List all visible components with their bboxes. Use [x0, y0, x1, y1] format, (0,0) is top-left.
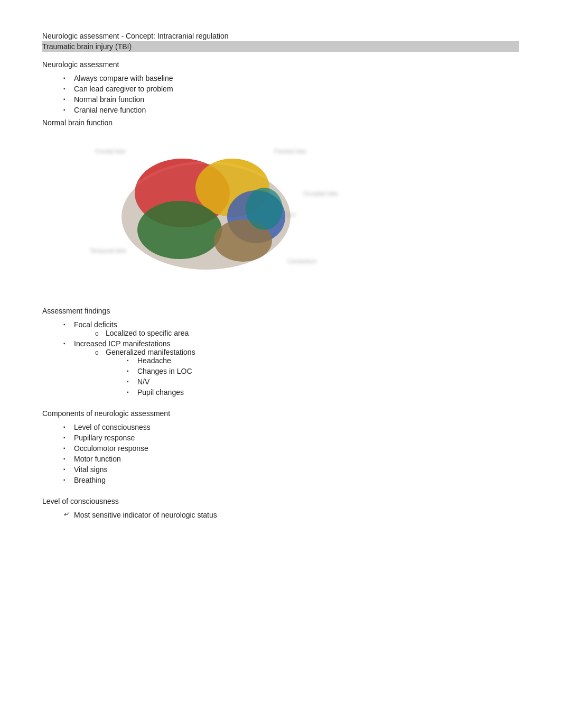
neurologic-assessment-section: Neurologic assessment Always compare wit… — [42, 60, 519, 114]
header-title: Neurologic assessment - Concept: Intracr… — [42, 32, 519, 40]
list-item: N/V — [127, 377, 519, 386]
list-item: Generalized manifestations Headache Chan… — [95, 348, 519, 397]
list-item: Level of consciousness — [63, 423, 519, 431]
brain-illustration — [100, 148, 301, 275]
list-item: Motor function — [63, 455, 519, 463]
list-item: Occulomotor response — [63, 444, 519, 453]
icp-sub-list: Generalized manifestations Headache Chan… — [95, 348, 519, 397]
assessment-findings-list: Focal deficits Localized to specific are… — [63, 320, 519, 397]
normal-brain-function-title: Normal brain function — [42, 118, 519, 127]
components-list: Level of consciousness Pupillary respons… — [63, 423, 519, 484]
generalized-sub-list: Headache Changes in LOC N/V Pupil change… — [127, 356, 519, 397]
list-item: Most sensitive indicator of neurologic s… — [63, 511, 519, 519]
list-item: Normal brain function — [63, 95, 519, 104]
neurologic-assessment-title: Neurologic assessment — [42, 60, 519, 69]
list-item: Always compare with baseline — [63, 74, 519, 82]
list-item: Pupil changes — [127, 388, 519, 397]
list-item: Changes in LOC — [127, 367, 519, 375]
assessment-findings-title: Assessment findings — [42, 307, 519, 315]
list-item: Can lead caregiver to problem — [63, 85, 519, 93]
header-section: Neurologic assessment - Concept: Intracr… — [42, 32, 519, 52]
brain-svg: Frontal lobe Parietal lobe Occipital lob… — [74, 137, 349, 285]
components-title: Components of neurologic assessment — [42, 409, 519, 418]
focal-sub-list: Localized to specific area — [95, 329, 519, 337]
brain-image-container: Frontal lobe Parietal lobe Occipital lob… — [74, 137, 349, 285]
neurologic-assessment-list: Always compare with baseline Can lead ca… — [63, 74, 519, 114]
list-item: Localized to specific area — [95, 329, 519, 337]
list-item: Pupillary response — [63, 434, 519, 442]
brain-label-r: Occipital lobe — [303, 190, 338, 197]
list-item: Cranial nerve function — [63, 106, 519, 114]
assessment-findings-section: Assessment findings Focal deficits Local… — [42, 307, 519, 397]
list-item: Vital signs — [63, 465, 519, 474]
loc-title: Level of consciousness — [42, 497, 519, 505]
svg-point-7 — [119, 161, 293, 272]
loc-list: Most sensitive indicator of neurologic s… — [63, 511, 519, 519]
list-item: Breathing — [63, 476, 519, 484]
loc-section: Level of consciousness Most sensitive in… — [42, 497, 519, 519]
list-item: Headache — [127, 356, 519, 365]
header-subtitle: Traumatic brain injury (TBI) — [42, 41, 519, 52]
components-section: Components of neurologic assessment Leve… — [42, 409, 519, 484]
list-item-focal: Focal deficits Localized to specific are… — [63, 320, 519, 337]
list-item-icp: Increased ICP manifestations Generalized… — [63, 339, 519, 397]
